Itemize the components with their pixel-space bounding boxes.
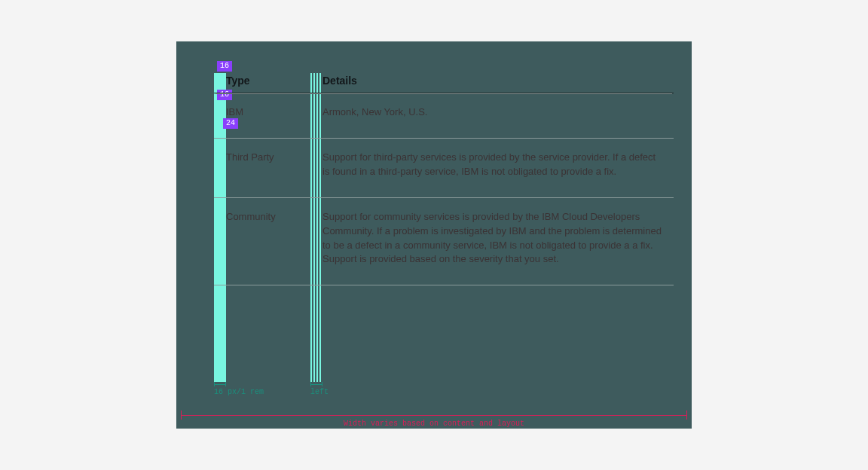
measure-tag-16-top: 16 [217, 61, 232, 72]
measure-tick-left [214, 382, 226, 386]
table-row: IBM Armonk, New York, U.S. [214, 93, 674, 139]
cell-type: IBM [214, 93, 310, 139]
cell-details: Armonk, New York, U.S. [310, 93, 674, 139]
spec-canvas: 16 16 24 Type Details IBM Armonk, New Yo… [176, 41, 692, 429]
table-header-row: Type Details [214, 73, 674, 93]
cell-type: Third Party [214, 139, 310, 198]
table-row: Community Support for community services… [214, 197, 674, 285]
cell-details: Support for community services is provid… [310, 197, 674, 285]
cell-type: Community [214, 197, 310, 285]
col-header-details: Details [310, 73, 674, 93]
col-header-type: Type [214, 73, 310, 93]
table-row: Third Party Support for third-party serv… [214, 139, 674, 198]
cell-details: Support for third-party services is prov… [310, 139, 674, 198]
width-measure-label: Width varies based on content and layout [176, 420, 692, 428]
spec-label-left: left [310, 388, 329, 396]
measure-tick-col2 [310, 382, 322, 386]
spec-table: Type Details IBM Armonk, New York, U.S. … [214, 73, 674, 285]
spec-label-16px: 16 px/1 rem [214, 388, 264, 396]
